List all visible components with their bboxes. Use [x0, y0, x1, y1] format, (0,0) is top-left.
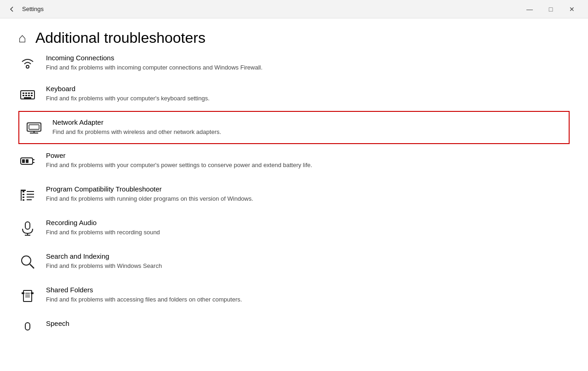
svg-rect-8 — [28, 95, 30, 96]
list-item[interactable]: Shared Folders Find and fix problems wit… — [18, 278, 570, 312]
network-adapter-text: Network Adapter Find and fix problems wi… — [52, 118, 563, 136]
search-indexing-title: Search and Indexing — [46, 252, 564, 260]
recording-audio-text: Recording Audio Find and fix problems wi… — [46, 219, 564, 237]
svg-rect-29 — [23, 199, 24, 201]
window-controls: — □ ✕ — [519, 0, 582, 18]
keyboard-text: Keyboard Find and fix problems with your… — [46, 85, 564, 103]
titlebar: Settings — □ ✕ — [0, 0, 588, 18]
keyboard-icon — [18, 86, 37, 103]
svg-rect-7 — [25, 95, 27, 96]
maximize-button[interactable]: □ — [540, 0, 561, 18]
troubleshooter-list: Incoming Connections Find and fix proble… — [0, 54, 588, 340]
list-item[interactable]: Power Find and fix problems with your co… — [18, 144, 570, 178]
search-indexing-text: Search and Indexing Find and fix problem… — [46, 252, 564, 270]
incoming-connections-desc: Find and fix problems with incoming comp… — [46, 64, 564, 72]
content-area: ⌂ Additional troubleshooters Incoming Co… — [0, 18, 588, 371]
network-adapter-desc: Find and fix problems with wireless and … — [52, 128, 563, 136]
program-compatibility-icon — [18, 186, 37, 203]
power-desc: Find and fix problems with your computer… — [46, 161, 564, 169]
search-indexing-desc: Find and fix problems with Windows Searc… — [46, 262, 564, 270]
svg-rect-28 — [23, 197, 24, 198]
home-icon: ⌂ — [18, 31, 26, 46]
recording-audio-title: Recording Audio — [46, 219, 564, 226]
close-button[interactable]: ✕ — [561, 0, 582, 18]
svg-rect-27 — [23, 194, 24, 195]
back-button[interactable] — [6, 3, 18, 16]
svg-rect-2 — [23, 93, 24, 94]
svg-rect-12 — [29, 125, 39, 129]
svg-point-33 — [22, 256, 31, 265]
page-header: ⌂ Additional troubleshooters — [0, 18, 588, 54]
main-panel: ⌂ Additional troubleshooters Incoming Co… — [0, 18, 588, 371]
speech-title: Speech — [46, 319, 564, 327]
program-compatibility-title: Program Compatibility Troubleshooter — [46, 185, 564, 193]
svg-line-34 — [30, 264, 34, 268]
svg-rect-20 — [21, 190, 26, 191]
svg-rect-10 — [24, 97, 31, 99]
shared-folders-icon — [18, 287, 37, 304]
network-adapter-title: Network Adapter — [52, 118, 563, 126]
list-item[interactable]: Speech — [18, 312, 570, 340]
list-item[interactable]: Keyboard Find and fix problems with your… — [18, 77, 570, 111]
svg-rect-5 — [31, 93, 33, 94]
incoming-connections-text: Incoming Connections Find and fix proble… — [46, 54, 564, 72]
minimize-button[interactable]: — — [519, 0, 540, 18]
svg-rect-16 — [22, 159, 25, 163]
svg-rect-4 — [28, 93, 30, 94]
svg-rect-6 — [23, 95, 24, 96]
program-compatibility-text: Program Compatibility Troubleshooter Fin… — [46, 185, 564, 203]
power-text: Power Find and fix problems with your co… — [46, 151, 564, 169]
incoming-connections-title: Incoming Connections — [46, 54, 564, 62]
speech-text: Speech — [46, 319, 564, 329]
svg-point-0 — [26, 65, 29, 68]
svg-rect-35 — [23, 290, 32, 301]
titlebar-title: Settings — [22, 6, 44, 12]
incoming-connections-icon — [18, 54, 37, 71]
recording-audio-desc: Find and fix problems with recording sou… — [46, 228, 564, 237]
keyboard-desc: Find and fix problems with your computer… — [46, 94, 564, 103]
recording-audio-icon — [18, 220, 37, 237]
list-item[interactable]: Program Compatibility Troubleshooter Fin… — [18, 178, 570, 211]
power-title: Power — [46, 151, 564, 159]
search-indexing-icon — [18, 253, 37, 271]
shared-folders-title: Shared Folders — [46, 286, 564, 294]
network-adapter-icon — [25, 119, 43, 137]
svg-rect-26 — [23, 191, 24, 192]
shared-folders-text: Shared Folders Find and fix problems wit… — [46, 286, 564, 304]
svg-rect-3 — [25, 93, 27, 94]
svg-rect-43 — [25, 323, 30, 330]
list-item[interactable]: Search and Indexing Find and fix problem… — [18, 245, 570, 278]
svg-rect-9 — [31, 95, 33, 96]
keyboard-title: Keyboard — [46, 85, 564, 93]
svg-rect-30 — [25, 222, 30, 229]
svg-rect-17 — [26, 159, 29, 163]
shared-folders-desc: Find and fix problems with accessing fil… — [46, 296, 564, 304]
list-item[interactable]: Network Adapter Find and fix problems wi… — [18, 111, 570, 144]
speech-icon — [18, 320, 37, 338]
list-item[interactable]: Recording Audio Find and fix problems wi… — [18, 211, 570, 245]
power-icon — [18, 152, 37, 170]
page-title: Additional troubleshooters — [35, 29, 206, 46]
list-item[interactable]: Incoming Connections Find and fix proble… — [18, 54, 570, 77]
program-compatibility-desc: Find and fix problems with running older… — [46, 195, 564, 203]
